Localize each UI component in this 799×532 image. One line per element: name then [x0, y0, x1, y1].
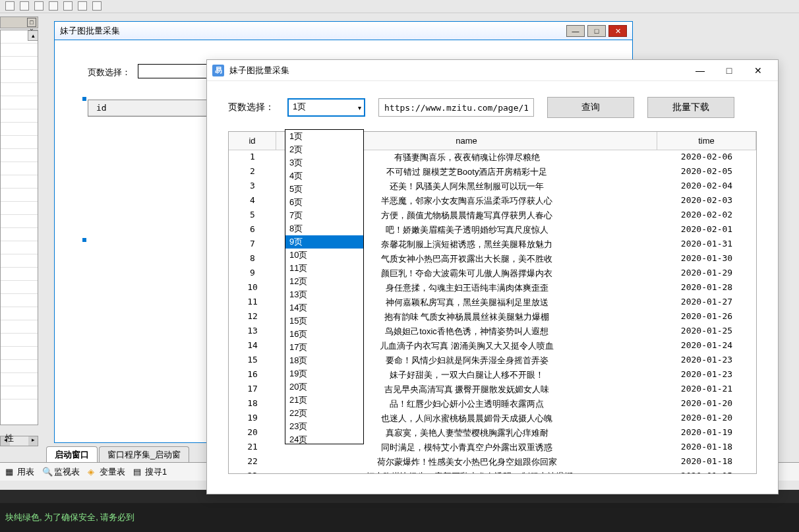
- dropdown-item[interactable]: 5页: [285, 183, 363, 196]
- cell-id: 12: [229, 310, 276, 324]
- cell-id: 8: [229, 252, 276, 266]
- dropdown-item[interactable]: 24页: [285, 433, 363, 444]
- col-id[interactable]: id: [229, 132, 276, 150]
- bottom-tabs: 启动窗口 窗口程序集_启动窗: [46, 446, 189, 463]
- tab-window-program-set[interactable]: 窗口程序集_启动窗: [99, 446, 189, 463]
- cell-id: 17: [229, 382, 276, 397]
- cell-time: 2020-01-18: [657, 440, 756, 455]
- designer-table[interactable]: id: [88, 100, 220, 117]
- dropdown-item[interactable]: 12页: [285, 275, 363, 288]
- cell-id: 4: [229, 194, 276, 208]
- dropdown-item[interactable]: 6页: [285, 196, 363, 209]
- toolbar-watch-table[interactable]: 🔍监视表: [42, 466, 80, 478]
- cell-time: 2020-01-19: [657, 426, 756, 440]
- col-time[interactable]: time: [657, 132, 756, 150]
- dropdown-item[interactable]: 7页: [285, 209, 363, 222]
- dropdown-item[interactable]: 14页: [285, 301, 363, 314]
- cell-id: 23: [229, 469, 276, 474]
- cell-time: 2020-01-20: [657, 397, 756, 411]
- cell-id: 10: [229, 281, 276, 295]
- cell-id: 19: [229, 411, 276, 426]
- cell-time: 2020-01-21: [657, 382, 756, 397]
- runtime-titlebar[interactable]: 易 妹子图批量采集 — □ ✕: [207, 60, 778, 81]
- maximize-button[interactable]: □: [587, 25, 606, 37]
- batch-download-button[interactable]: 批量下载: [647, 97, 734, 118]
- table-row[interactable]: 22荷尔蒙爆炸！性感美女小热巴化身空姐跟你回家2020-01-18: [229, 455, 756, 469]
- toolbar-usage-table[interactable]: ▦用表: [5, 466, 34, 478]
- cell-time: 2020-01-27: [657, 295, 756, 310]
- minimize-button[interactable]: —: [566, 25, 585, 37]
- runtime-title: 妹子图批量采集: [229, 65, 686, 76]
- close-button[interactable]: ✕: [744, 61, 773, 80]
- left-panel: □ × ▴ ◂▸: [0, 16, 38, 438]
- cell-time: 2020-01-30: [657, 252, 756, 266]
- runtime-window: 易 妹子图批量采集 — □ ✕ 页数选择： 1页 ▾ 查询 批量下载: [206, 59, 779, 494]
- dropdown-item[interactable]: 19页: [285, 367, 363, 380]
- cell-name: 荷尔蒙爆炸！性感美女小热巴化身空姐跟你回家: [276, 455, 657, 469]
- table-row[interactable]: 23F杯大胸堪比奶牛，童颜巨乳小尤奈透明JK制服火辣爆棚2020-01-15: [229, 469, 756, 474]
- dropdown-item[interactable]: 15页: [285, 314, 363, 328]
- cell-time: 2020-01-23: [657, 353, 756, 368]
- designer-page-select-label: 页数选择：: [88, 67, 131, 78]
- cell-id: 5: [229, 208, 276, 223]
- dropdown-item[interactable]: 8页: [285, 222, 363, 235]
- left-tree[interactable]: ▴: [0, 30, 38, 425]
- cell-time: 2020-01-31: [657, 237, 756, 252]
- cell-time: 2020-01-28: [657, 281, 756, 295]
- app-icon: 易: [212, 65, 224, 76]
- footer-status: 块纯绿色, 为了确保安全, 请务必到: [0, 503, 799, 532]
- cell-time: 2020-02-06: [657, 150, 756, 165]
- cell-time: 2020-02-04: [657, 179, 756, 194]
- dropdown-item[interactable]: 21页: [285, 394, 363, 407]
- dropdown-item[interactable]: 9页: [285, 235, 363, 249]
- cell-id: 14: [229, 339, 276, 353]
- properties-label: 性: [5, 432, 14, 444]
- dropdown-item[interactable]: 1页: [285, 130, 363, 143]
- maximize-button[interactable]: □: [715, 61, 744, 80]
- cell-id: 6: [229, 223, 276, 237]
- panel-close-icon[interactable]: □ ×: [27, 18, 36, 27]
- ide-toolbar: [0, 0, 799, 13]
- dropdown-item[interactable]: 2页: [285, 143, 363, 156]
- dropdown-item[interactable]: 16页: [285, 328, 363, 341]
- cell-id: 21: [229, 440, 276, 455]
- toolbar-variable-table[interactable]: ◈变量表: [88, 466, 125, 478]
- close-button[interactable]: ✕: [608, 25, 627, 37]
- cell-time: 2020-02-01: [657, 223, 756, 237]
- tab-startup-window[interactable]: 启动窗口: [46, 446, 98, 463]
- cell-id: 22: [229, 455, 276, 469]
- dropdown-item[interactable]: 13页: [285, 288, 363, 301]
- dropdown-item[interactable]: 11页: [285, 262, 363, 275]
- dropdown-item[interactable]: 3页: [285, 156, 363, 169]
- dropdown-item[interactable]: 10页: [285, 249, 363, 262]
- cell-time: 2020-01-20: [657, 411, 756, 426]
- cell-id: 1: [229, 150, 276, 165]
- chevron-down-icon: ▾: [358, 104, 361, 111]
- cell-id: 3: [229, 179, 276, 194]
- cell-time: 2020-01-25: [657, 324, 756, 339]
- cell-id: 18: [229, 397, 276, 411]
- cell-id: 16: [229, 368, 276, 382]
- url-input[interactable]: [378, 98, 534, 117]
- dropdown-item[interactable]: 4页: [285, 169, 363, 183]
- dropdown-item[interactable]: 18页: [285, 354, 363, 367]
- cell-time: 2020-01-26: [657, 310, 756, 324]
- minimize-button[interactable]: —: [686, 61, 715, 80]
- cell-time: 2020-02-02: [657, 208, 756, 223]
- cell-name: F杯大胸堪比奶牛，童颜巨乳小尤奈透明JK制服火辣爆棚: [276, 469, 657, 474]
- query-button[interactable]: 查询: [547, 97, 634, 118]
- cell-id: 7: [229, 237, 276, 252]
- cell-time: 2020-01-29: [657, 266, 756, 281]
- page-dropdown-list[interactable]: 1页2页3页4页5页6页7页8页9页10页11页12页13页14页15页16页1…: [285, 129, 364, 444]
- dropdown-item[interactable]: 17页: [285, 341, 363, 354]
- page-combo[interactable]: 1页 ▾: [287, 98, 365, 117]
- dropdown-item[interactable]: 22页: [285, 407, 363, 420]
- cell-time: 2020-01-24: [657, 339, 756, 353]
- scroll-up-arrow[interactable]: ▴: [28, 30, 38, 41]
- dropdown-item[interactable]: 23页: [285, 420, 363, 433]
- cell-id: 11: [229, 295, 276, 310]
- cell-time: 2020-02-05: [657, 165, 756, 179]
- cell-time: 2020-02-03: [657, 194, 756, 208]
- dropdown-item[interactable]: 20页: [285, 380, 363, 394]
- toolbar-search[interactable]: ▤搜寻1: [133, 466, 167, 478]
